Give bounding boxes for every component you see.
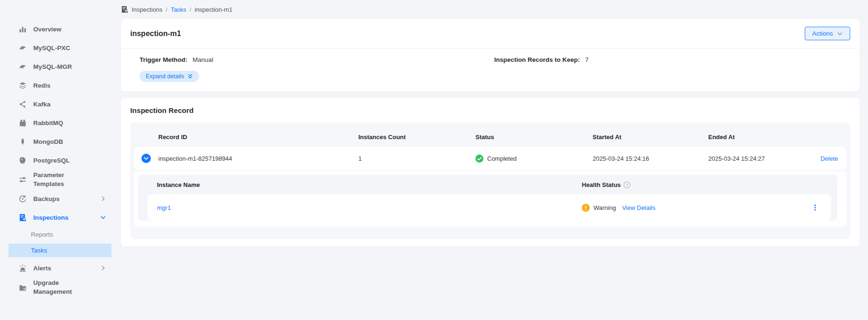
parameter-templates-icon: [19, 176, 27, 184]
warning-icon: [582, 204, 590, 212]
help-icon[interactable]: ?: [623, 181, 631, 188]
col-ended-at: Ended At: [708, 134, 846, 141]
status-cell: Completed: [475, 155, 593, 163]
sidebar-item-label: Overview: [33, 25, 106, 34]
inspections-icon: [19, 214, 27, 222]
col-started-at: Started At: [593, 134, 708, 141]
delete-link[interactable]: Delete: [820, 155, 846, 162]
mysql-icon: [19, 63, 27, 71]
sidebar-item-postgresql[interactable]: PostgreSQL: [0, 151, 111, 170]
sidebar-item-label: Reports: [31, 231, 53, 238]
page-title: inspection-m1: [130, 30, 181, 38]
sidebar-item-label: Inspections: [33, 213, 94, 222]
instance-name-link[interactable]: mgr1: [148, 204, 582, 211]
instance-row: mgr1 Warning View Details: [148, 194, 831, 221]
task-detail-fields: Trigger Method: Manual Inspection Record…: [121, 49, 860, 63]
kebab-menu-icon[interactable]: [811, 204, 819, 211]
collapse-row-icon[interactable]: [141, 154, 151, 163]
svg-text:?: ?: [626, 182, 628, 187]
trigger-method-field: Trigger Method: Manual: [140, 56, 494, 63]
sidebar-item-label: Tasks: [31, 247, 47, 254]
postgresql-icon: [19, 156, 27, 164]
health-status-cell: Warning View Details: [582, 204, 831, 212]
trigger-method-value: Manual: [193, 56, 213, 63]
breadcrumb-current: inspection-m1: [194, 6, 232, 13]
sidebar-item-reports[interactable]: Reports: [0, 227, 111, 242]
records-to-keep-value: 7: [585, 56, 589, 63]
table-row: inspection-m1-8257198944 1 Completed 202…: [134, 147, 846, 170]
inspections-icon: [121, 6, 128, 13]
mongodb-icon: [19, 138, 27, 146]
sidebar-item-label: Backups: [33, 194, 94, 203]
sidebar-item-label: MySQL-MGR: [33, 62, 106, 71]
status-value: Completed: [487, 155, 517, 162]
sidebar-item-label: RabbitMQ: [33, 119, 106, 127]
sidebar-item-label: MongoDB: [33, 137, 106, 146]
instances-count-value: 1: [358, 155, 475, 162]
overview-icon: [19, 25, 27, 33]
rabbitmq-icon: [19, 119, 27, 127]
sidebar-item-parameter-templates[interactable]: Parameter Templates: [0, 170, 111, 189]
inspection-record-title: Inspection Record: [130, 106, 850, 115]
completed-icon: [475, 155, 483, 163]
double-chevron-down-icon: [187, 74, 193, 79]
backups-icon: [19, 195, 27, 203]
sidebar-item-label: Alerts: [33, 264, 94, 273]
trigger-method-label: Trigger Method:: [140, 56, 187, 63]
sidebar-item-mysql-pxc[interactable]: MySQL-PXC: [0, 38, 111, 57]
sidebar-item-upgrade-management[interactable]: Upgrade Management: [0, 277, 111, 297]
col-record-id: Record ID: [158, 134, 358, 141]
instances-subtable: Instance Name Health Status ? mgr1 Warni…: [138, 175, 837, 221]
chevron-down-icon: [100, 215, 106, 220]
expand-details-label: Expand details: [146, 73, 184, 80]
col-instances-count: Instances Count: [358, 134, 475, 141]
chevron-right-icon: [100, 265, 106, 271]
sidebar-item-kafka[interactable]: Kafka: [0, 95, 111, 113]
actions-button-label: Actions: [812, 30, 833, 37]
upgrade-icon: [19, 283, 27, 291]
sidebar-item-label: Kafka: [33, 100, 106, 109]
inspection-record-card: Inspection Record Record ID Instances Co…: [121, 98, 860, 246]
sidebar-item-rabbitmq[interactable]: RabbitMQ: [0, 113, 111, 132]
health-status-value: Warning: [594, 204, 616, 211]
record-id-value: inspection-m1-8257198944: [158, 155, 358, 162]
breadcrumb: Inspections / Tasks / inspection-m1: [121, 0, 860, 19]
subtable-header-row: Instance Name Health Status ?: [138, 175, 837, 194]
actions-button[interactable]: Actions: [805, 27, 850, 40]
sidebar-item-mongodb[interactable]: MongoDB: [0, 132, 111, 151]
started-at-value: 2025-03-24 15:24:16: [593, 155, 708, 162]
redis-icon: [19, 82, 27, 89]
expanded-row-panel: Instance Name Health Status ? mgr1 Warni…: [134, 171, 846, 227]
sidebar-item-alerts[interactable]: Alerts: [0, 259, 111, 277]
sidebar-item-label: MySQL-PXC: [33, 44, 106, 52]
breadcrumb-separator: /: [166, 6, 168, 13]
records-to-keep-label: Inspection Records to Keep:: [494, 56, 580, 63]
sidebar: OverviewMySQL-PXCMySQL-MGRRedisKafkaRabb…: [0, 0, 111, 320]
chevron-down-icon: [837, 31, 843, 37]
task-detail-header: inspection-m1 Actions: [121, 19, 860, 49]
sidebar-item-mysql-mgr[interactable]: MySQL-MGR: [0, 57, 111, 76]
sidebar-item-tasks[interactable]: Tasks: [8, 244, 111, 257]
sidebar-item-overview[interactable]: Overview: [0, 20, 111, 38]
table-header-row: Record ID Instances Count Status Started…: [134, 127, 846, 147]
sidebar-item-label: Parameter Templates: [33, 171, 80, 188]
sidebar-item-label: Redis: [33, 81, 106, 90]
col-health-status: Health Status: [582, 181, 621, 188]
sidebar-item-backups[interactable]: Backups: [0, 189, 111, 208]
view-details-link[interactable]: View Details: [622, 204, 655, 211]
sidebar-item-redis[interactable]: Redis: [0, 76, 111, 95]
chevron-right-icon: [100, 196, 106, 201]
inspection-record-table: Record ID Instances Count Status Started…: [130, 123, 850, 239]
mysql-icon: [19, 44, 27, 52]
breadcrumb-inspections[interactable]: Inspections: [132, 6, 163, 13]
expand-details-button[interactable]: Expand details: [140, 71, 199, 82]
col-instance-name: Instance Name: [138, 181, 582, 188]
sidebar-item-label: Upgrade Management: [33, 278, 80, 296]
ended-at-value: 2025-03-24 15:24:27: [708, 155, 765, 162]
breadcrumb-tasks[interactable]: Tasks: [171, 6, 186, 13]
sidebar-item-label: PostgreSQL: [33, 156, 106, 165]
task-detail-card: inspection-m1 Actions Trigger Method: Ma…: [121, 19, 860, 91]
records-to-keep-field: Inspection Records to Keep: 7: [494, 56, 589, 63]
alerts-icon: [19, 264, 27, 272]
sidebar-item-inspections[interactable]: Inspections: [0, 208, 111, 227]
